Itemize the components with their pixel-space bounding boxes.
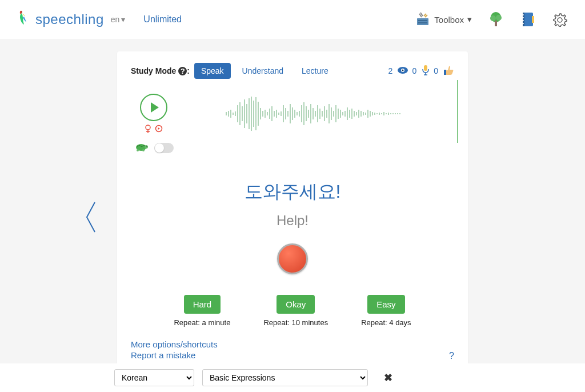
parrot-icon	[17, 10, 32, 29]
record-button[interactable]	[277, 243, 308, 274]
svg-point-28	[145, 145, 148, 149]
study-mode-label: Study Mode ?:	[131, 66, 190, 75]
bottom-links: More options/shortcuts Report a mistake …	[131, 339, 454, 361]
svg-point-23	[146, 125, 150, 130]
header-right: Toolbox ▾	[415, 11, 568, 28]
audio-waveform	[188, 94, 454, 134]
svg-point-13	[523, 23, 524, 24]
play-area	[131, 94, 454, 154]
svg-point-5	[490, 15, 496, 21]
svg-point-10	[523, 14, 524, 15]
easy-button[interactable]: Easy	[367, 295, 404, 314]
gear-icon[interactable]	[552, 11, 568, 27]
more-options-link[interactable]: More options/shortcuts	[131, 339, 218, 349]
svg-point-0	[21, 11, 22, 13]
plan-link[interactable]: Unlimited	[143, 14, 182, 25]
svg-point-29	[146, 146, 147, 147]
mode-understand[interactable]: Understand	[235, 63, 290, 79]
mode-speak[interactable]: Speak	[194, 63, 231, 79]
voice-options	[145, 125, 163, 136]
microphone-icon	[421, 65, 430, 78]
svg-point-30	[137, 149, 139, 151]
svg-rect-1	[417, 18, 428, 25]
app-header: speechling en ▾ Unlimited Toolbox ▾	[0, 0, 585, 39]
hard-repeat: Repeat: a minute	[174, 318, 230, 327]
svg-rect-2	[418, 20, 427, 21]
turtle-icon	[134, 142, 149, 154]
close-icon[interactable]: ✖	[384, 371, 392, 384]
help-icon[interactable]: ?	[178, 67, 187, 75]
svg-point-6	[496, 15, 502, 21]
links-column: More options/shortcuts Report a mistake	[131, 339, 218, 361]
svg-rect-14	[532, 16, 534, 23]
okay-repeat: Repeat: 10 minutes	[263, 318, 328, 327]
okay-button[interactable]: Okay	[277, 295, 315, 314]
notebook-icon[interactable]	[520, 11, 536, 27]
svg-rect-19	[424, 65, 427, 71]
replay-icon[interactable]	[155, 125, 163, 136]
slow-speed-row	[134, 142, 174, 154]
card-topbar: Study Mode ?: Speak Understand Lecture 2…	[131, 63, 454, 79]
brand-text: speechling	[35, 11, 104, 27]
svg-point-12	[523, 20, 524, 21]
tree-icon[interactable]	[488, 11, 504, 27]
stat-likes-count: 0	[434, 66, 438, 75]
report-mistake-link[interactable]: Report a mistake	[131, 350, 218, 360]
play-button[interactable]	[140, 94, 167, 121]
easy-repeat: Repeat: 4 days	[361, 318, 411, 327]
stat-views-count: 2	[388, 66, 393, 75]
translation-phrase: Help!	[131, 213, 454, 229]
main-area: Study Mode ?: Speak Understand Lecture 2…	[0, 39, 585, 373]
difficulty-okay: Okay Repeat: 10 minutes	[263, 295, 328, 327]
svg-rect-3	[418, 22, 427, 23]
footer-bar: Korean Basic Expressions ✖	[0, 363, 585, 392]
thumbs-up-icon	[443, 65, 454, 78]
difficulty-row: Hard Repeat: a minute Okay Repeat: 10 mi…	[131, 295, 454, 327]
divider-line	[457, 80, 458, 143]
svg-point-11	[523, 17, 524, 18]
difficulty-easy: Easy Repeat: 4 days	[361, 295, 411, 327]
category-select[interactable]: Basic Expressions	[202, 369, 368, 386]
chevron-down-icon: ▾	[121, 15, 125, 24]
logo[interactable]: speechling	[17, 10, 104, 29]
eye-icon	[397, 66, 408, 76]
study-card: Study Mode ?: Speak Understand Lecture 2…	[117, 51, 468, 373]
mode-lecture[interactable]: Lecture	[295, 63, 335, 79]
target-phrase: 도와주세요!	[131, 179, 454, 205]
svg-rect-7	[495, 21, 497, 26]
hard-button[interactable]: Hard	[184, 295, 221, 314]
toolbox-icon	[415, 11, 431, 28]
stat-records-count: 0	[412, 66, 416, 75]
slow-toggle[interactable]	[154, 143, 174, 153]
phrase-block: 도와주세요! Help!	[131, 179, 454, 229]
svg-point-15	[558, 18, 562, 22]
toolbox-menu[interactable]: Toolbox ▾	[415, 11, 472, 28]
svg-rect-22	[444, 70, 446, 75]
language-select[interactable]: Korean	[114, 369, 194, 386]
prev-arrow[interactable]	[83, 200, 97, 237]
chevron-down-icon: ▾	[467, 14, 472, 25]
header-left: speechling en ▾ Unlimited	[17, 10, 182, 29]
record-row	[131, 243, 454, 274]
study-modes: Study Mode ?: Speak Understand Lecture	[131, 63, 335, 79]
difficulty-hard: Hard Repeat: a minute	[174, 295, 230, 327]
toolbox-label: Toolbox	[434, 15, 464, 25]
ui-language-selector[interactable]: en ▾	[111, 15, 126, 24]
svg-point-31	[142, 149, 145, 151]
help-link[interactable]: ?	[449, 351, 454, 361]
stats-row: 2 0 0	[388, 65, 454, 78]
svg-point-18	[402, 69, 404, 71]
ui-language-label: en	[111, 15, 120, 24]
play-controls	[131, 94, 177, 154]
female-voice-icon[interactable]	[145, 125, 151, 136]
